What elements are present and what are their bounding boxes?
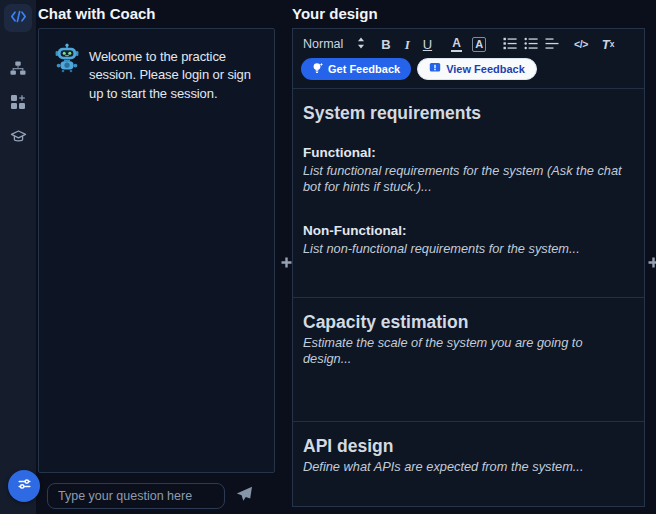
bullet-list-button[interactable]: [524, 37, 538, 52]
panel-resize-handle-left[interactable]: [280, 256, 292, 268]
app-root: { "colors": { "accent_blue": "#2563eb", …: [0, 0, 656, 514]
chat-panel: Welcome to the practice session. Please …: [38, 28, 275, 473]
view-feedback-button[interactable]: View Feedback: [417, 58, 537, 80]
section-heading: System requirements: [303, 103, 634, 124]
italic-button[interactable]: I: [405, 38, 410, 51]
view-feedback-label: View Feedback: [446, 63, 525, 75]
align-button[interactable]: [545, 37, 559, 52]
design-panel-title: Your design: [292, 5, 378, 22]
section-divider: [293, 421, 644, 422]
get-feedback-button[interactable]: Get Feedback: [301, 58, 411, 80]
sidebar: [0, 0, 36, 514]
send-message-button[interactable]: [235, 487, 253, 505]
feedback-actions-row: Get Feedback View Feedback: [293, 53, 644, 89]
code-brackets-icon: [10, 9, 27, 27]
sliders-icon: [17, 477, 32, 495]
chat-message-text: Welcome to the practice session. Please …: [89, 41, 264, 103]
components-icon: [10, 94, 26, 114]
block-hint: List functional requirements for the sys…: [303, 163, 634, 195]
section-heading: Capacity estimation: [303, 312, 634, 333]
paragraph-style-value: Normal: [303, 37, 343, 51]
text-color-letter: A: [452, 37, 461, 49]
section-hint: Define what APIs are expected from the s…: [303, 459, 634, 475]
sidebar-nav: [6, 58, 30, 150]
clear-formatting-x: x: [610, 40, 615, 49]
block-label: Functional:: [303, 145, 634, 161]
section-divider: [293, 297, 644, 298]
chat-input-row: [47, 483, 271, 509]
code-block-button[interactable]: </>: [574, 39, 588, 50]
sitemap-icon: [10, 61, 26, 80]
sidebar-item-learn[interactable]: [6, 126, 30, 150]
robot-icon: [51, 41, 83, 73]
block-hint: List non-functional requirements for the…: [303, 241, 634, 257]
panel-resize-handle-right[interactable]: [647, 256, 656, 268]
ordered-list-button[interactable]: [503, 37, 517, 52]
paragraph-style-select[interactable]: Normal: [303, 35, 365, 53]
ordered-list-icon: [503, 37, 517, 52]
text-color-button[interactable]: A: [451, 37, 462, 52]
app-logo[interactable]: [4, 4, 32, 32]
section-hint: Estimate the scale of the system you are…: [303, 335, 634, 367]
chevron-up-down-icon: [357, 35, 365, 53]
lightbulb-icon: [312, 62, 323, 76]
sidebar-item-system-design[interactable]: [6, 58, 30, 82]
preferences-fab-button[interactable]: [8, 470, 40, 502]
bullet-list-icon: [524, 37, 538, 52]
editor-toolbar: Normal B I U A A: [293, 29, 644, 53]
design-document[interactable]: System requirements Functional: List fun…: [293, 103, 644, 475]
section-heading: API design: [303, 436, 634, 457]
chat-panel-title: Chat with Coach: [38, 5, 156, 22]
sidebar-item-components[interactable]: [6, 92, 30, 116]
chat-question-input[interactable]: [47, 483, 225, 509]
clear-formatting-button[interactable]: Tx: [602, 38, 615, 51]
get-feedback-label: Get Feedback: [328, 63, 400, 75]
bold-button[interactable]: B: [381, 38, 390, 51]
paper-plane-icon: [236, 486, 253, 506]
block-label: Non-Functional:: [303, 223, 634, 239]
design-editor: Normal B I U A A: [292, 28, 645, 507]
chat-message: Welcome to the practice session. Please …: [39, 29, 274, 103]
color-bar-icon: [451, 50, 462, 52]
feedback-bubble-icon: [429, 62, 441, 76]
clear-formatting-t: T: [602, 38, 610, 51]
code-icon: </>: [574, 39, 588, 50]
graduation-cap-icon: [10, 129, 27, 148]
align-icon: [545, 37, 559, 52]
underline-button[interactable]: U: [423, 38, 432, 51]
highlight-color-button[interactable]: A: [472, 37, 486, 52]
